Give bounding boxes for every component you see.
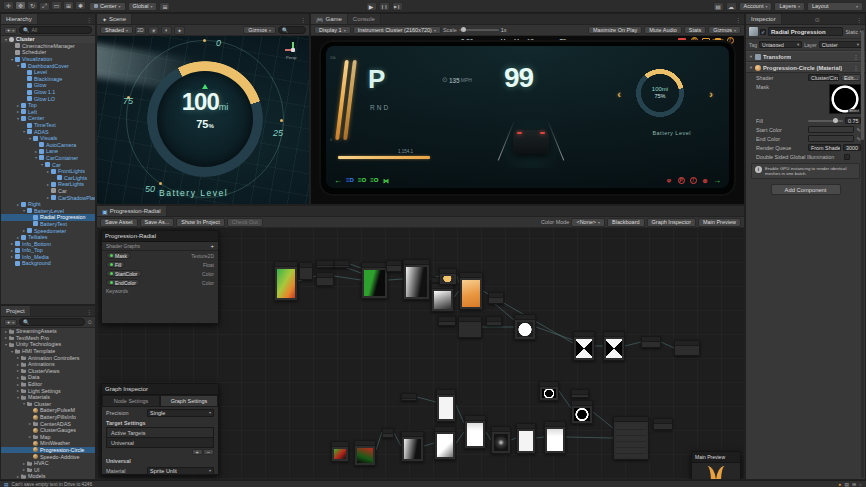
hierarchy-row[interactable]: Scheduler [1,49,95,56]
save-as-button[interactable]: Save As... [140,218,175,227]
shading-mode-dropdown[interactable]: Shaded▾ [100,26,133,34]
graph-node[interactable] [316,272,334,286]
tree-foldout-arrow[interactable]: ▸ [15,355,21,360]
tab-inspector[interactable]: Inspector [746,14,782,24]
hierarchy-row[interactable]: Background [1,260,95,267]
graph-node[interactable] [334,260,350,268]
project-create-button[interactable]: +▾ [4,319,17,326]
hierarchy-row[interactable]: ▸Right [1,201,95,208]
project-row[interactable]: ▸TextMesh Pro [1,335,95,342]
hierarchy-row[interactable]: ▾Cluster [1,36,95,43]
hierarchy-row[interactable]: ▸Lane [1,148,95,155]
graph-node[interactable] [516,423,536,454]
hierarchy-row[interactable]: ▾CarContainer [1,155,95,162]
graph-node[interactable] [386,260,402,272]
pivot-button[interactable]: Center▾ [89,2,126,11]
tree-foldout-arrow[interactable]: ▸ [27,421,33,426]
render-queue-value[interactable]: 3000 [843,144,861,152]
blackboard-property[interactable]: FillFloat [102,260,218,269]
graph-node[interactable] [544,421,566,454]
material-dropdown[interactable]: Sprite Unlit▾ [147,467,214,475]
space-button[interactable]: Global▾ [128,2,158,11]
console-message[interactable]: Can't save empty text in Drive io:4246 [12,482,93,487]
graph-node[interactable] [403,259,430,300]
blackboard-property[interactable]: EndColorColor [102,278,218,287]
inspector-scrollbar[interactable] [861,28,864,478]
scene-menu-icon[interactable]: ⋮ [297,14,309,24]
layout-dropdown[interactable]: Layout▾ [807,2,863,11]
check-out-button[interactable]: Check Out [227,218,263,227]
property-pill[interactable]: Fill [106,261,125,268]
tree-foldout-arrow[interactable]: ▸ [3,329,9,334]
mask-texture-thumbnail[interactable]: Select [829,84,861,114]
graph-node[interactable] [434,426,456,460]
project-menu-icon[interactable]: ⋮ [83,306,95,316]
graph-node[interactable] [361,262,388,299]
hierarchy-row[interactable]: Glow LO [1,95,95,102]
graph-node[interactable] [539,381,559,401]
color-mode-dropdown[interactable]: <None>▾ [571,218,605,227]
blackboard[interactable]: Progression-Radial Shader Graphs+ MaskTe… [101,230,219,324]
shader-dropdown[interactable]: Cluster/Circle/Progression▾ [808,74,839,82]
project-row[interactable]: ▾Unity Technologies [1,341,95,348]
tree-foldout-arrow[interactable]: ▸ [15,474,21,479]
hierarchy-row[interactable]: ▾DashboardCover [1,62,95,69]
hierarchy-row[interactable]: TimeText [1,122,95,129]
graph-node[interactable] [571,389,589,398]
project-row[interactable]: Speedo-Additive [1,453,95,460]
graph-node[interactable] [613,416,649,460]
hierarchy-search-input[interactable]: 🔍All [19,26,92,34]
hierarchy-row[interactable]: ▸Left [1,109,95,116]
hierarchy-row[interactable]: ▸Telltales [1,234,95,241]
gizmos-dropdown[interactable]: Gizmos▾ [243,26,276,34]
fill-slider[interactable] [808,120,843,122]
blackboard-property[interactable]: StartColorColor [102,269,218,278]
graph-node[interactable] [382,428,394,438]
hierarchy-row[interactable]: Car [1,188,95,195]
cache-icon[interactable]: ⊞ [852,482,856,487]
tab-console[interactable]: Console [348,14,381,24]
add-component-button[interactable]: Add Component [771,184,841,195]
shader-edit-button[interactable]: Edit... [841,74,861,81]
property-pill[interactable]: EndColor [106,279,140,286]
add-target-button[interactable]: + [192,449,203,455]
save-asset-button[interactable]: Save Asset [100,218,138,227]
project-row[interactable]: ▸Map [1,434,95,441]
tab-graph-settings[interactable]: Graph Settings [160,395,218,407]
project-row[interactable]: ▸Models [1,473,95,479]
graph-node[interactable] [458,316,482,338]
tree-foldout-arrow[interactable]: ▸ [21,467,27,472]
maximize-on-play-toggle[interactable]: Maximize On Play [588,26,642,34]
project-row[interactable]: BatteryPillsInfo [1,414,95,421]
hierarchy-row[interactable]: AutoCamera [1,142,95,149]
graph-node[interactable] [401,431,424,462]
hierarchy-row[interactable]: ▾Visuals [1,135,95,142]
tool-button-6[interactable]: ✱ [75,1,86,10]
project-row[interactable]: MiniWeather [1,440,95,447]
project-search-input[interactable]: 🔍 [19,318,85,326]
add-property-button[interactable]: + [210,243,214,249]
game-menu-icon[interactable]: ⋮ [732,14,744,24]
precision-dropdown[interactable]: Single▾ [147,409,214,417]
tree-foldout-arrow[interactable]: ▸ [15,362,21,367]
render-queue-dropdown[interactable]: From Shader▾ [808,144,841,152]
graph-node[interactable] [316,260,336,268]
graph-node[interactable] [401,393,417,401]
orientation-gizmo[interactable]: Persp [285,42,301,58]
active-checkbox[interactable]: ✓ [760,29,766,35]
project-row[interactable]: ▸StreamingAssets [1,328,95,335]
tab-scene[interactable]: ✦Scene [97,14,132,24]
graph-node[interactable] [571,400,593,424]
tab-node-settings[interactable]: Node Settings [102,395,160,407]
end-color-swatch[interactable] [808,135,854,142]
graph-node[interactable] [436,389,456,422]
tab-shader-graph[interactable]: ▣Progression-Radial [97,206,167,216]
tool-button-4[interactable]: ▭ [51,1,62,10]
display-dropdown[interactable]: Display 1▾ [314,26,351,34]
layer-dropdown[interactable]: Cluster▾ [819,41,862,48]
node-canvas[interactable]: Progression-Radial Shader Graphs+ MaskTe… [97,228,744,479]
hierarchy-row[interactable]: ▸Speedometer [1,227,95,234]
activity-icon[interactable]: ● [839,482,842,487]
graph-node[interactable] [674,340,700,356]
dsgi-checkbox[interactable] [844,154,850,160]
